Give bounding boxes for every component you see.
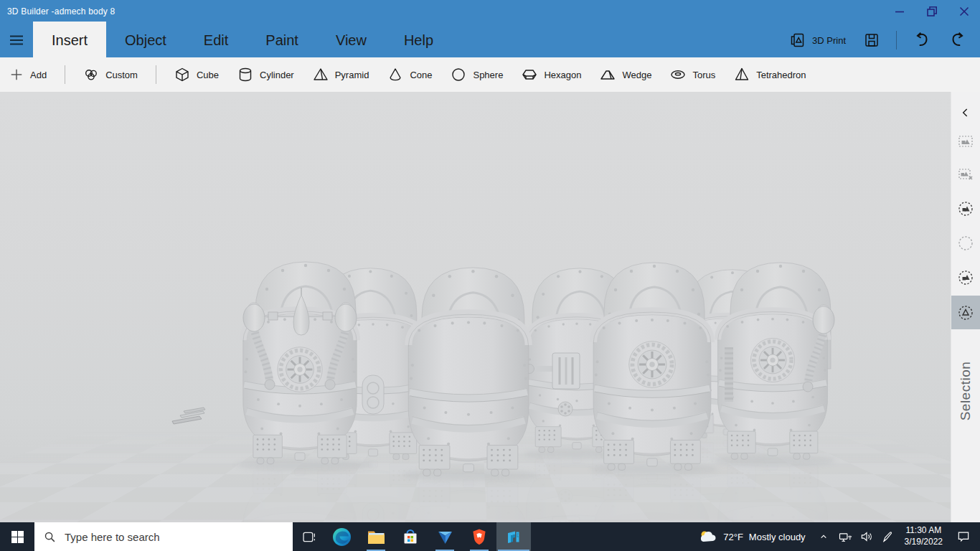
tab-help[interactable]: Help (385, 23, 452, 57)
plus-icon (9, 67, 24, 82)
tetrahedron-button[interactable]: Tetrahedron (725, 57, 815, 92)
close-button[interactable] (948, 0, 980, 23)
weather-condition: Mostly cloudy (749, 532, 806, 542)
torus-button[interactable]: Torus (661, 57, 725, 92)
cone-button[interactable]: Cone (378, 57, 441, 92)
start-button[interactable] (0, 522, 34, 551)
toolbar-separator (65, 65, 65, 84)
system-tray: 72°F Mostly cloudy (692, 522, 980, 551)
model-body[interactable] (243, 262, 357, 464)
vortex-icon (435, 527, 455, 547)
model-body[interactable] (593, 263, 711, 470)
weather-temperature: 72°F (723, 532, 743, 542)
titlebar: 3D Builder -admech body 8 (0, 0, 980, 23)
network-status[interactable] (834, 522, 856, 551)
redo-icon (948, 31, 967, 50)
close-icon (956, 3, 973, 20)
wedge-icon (600, 67, 616, 83)
tab-insert[interactable]: Insert (33, 22, 106, 57)
3d-print-label: 3D Print (812, 35, 846, 46)
taskbar-app-microsoft-store[interactable] (393, 522, 428, 551)
invert-selection-icon (957, 200, 974, 217)
deselect-all-button[interactable] (951, 158, 980, 191)
window-controls (883, 0, 980, 23)
tab-view[interactable]: View (317, 23, 385, 57)
hexagon-icon (522, 67, 537, 83)
action-center-icon (956, 529, 971, 544)
3d-print-icon (788, 32, 806, 49)
pyramid-icon (313, 67, 329, 83)
cylinder-button[interactable]: Cylinder (228, 57, 303, 92)
weather-widget[interactable]: 72°F Mostly cloudy (692, 522, 812, 551)
speaker-icon (859, 529, 874, 544)
save-icon (863, 32, 880, 49)
pyramid-button[interactable]: Pyramid (303, 57, 379, 92)
search-icon (44, 531, 56, 543)
minimize-button[interactable] (883, 0, 915, 23)
volume-control[interactable] (856, 522, 877, 551)
task-view-button[interactable] (293, 522, 324, 551)
taskbar-search[interactable] (34, 522, 293, 551)
single-selection-button[interactable] (951, 296, 980, 329)
taskbar-app-3d-builder[interactable] (496, 522, 531, 551)
chevron-up-icon (818, 531, 829, 542)
action-center-button[interactable] (948, 522, 979, 551)
model-stacked-plates[interactable] (172, 408, 205, 424)
model-body[interactable] (408, 268, 529, 476)
deselect-all-icon (957, 166, 974, 183)
select-all-button[interactable] (951, 125, 980, 158)
custom-shape-button[interactable]: Custom (74, 57, 147, 92)
undo-icon (913, 31, 931, 50)
taskbar-clock[interactable]: 11:30 AM 3/19/2022 (899, 525, 948, 547)
3d-models-scene[interactable] (0, 92, 951, 522)
taskbar-app-file-explorer[interactable] (359, 522, 393, 551)
microsoft-store-icon (401, 527, 420, 546)
multi-selection-button[interactable] (951, 261, 980, 294)
tab-edit[interactable]: Edit (185, 23, 247, 57)
tab-paint[interactable]: Paint (247, 23, 317, 57)
tab-object[interactable]: Object (106, 23, 185, 57)
custom-shape-icon (83, 67, 99, 83)
taskbar-app-brave[interactable] (462, 522, 496, 551)
panel-title: Selection (951, 344, 980, 438)
clock-date: 3/19/2022 (905, 537, 943, 548)
wedge-button[interactable]: Wedge (590, 57, 661, 92)
menubar: Insert Object Edit Paint View Help 3D Pr… (0, 23, 980, 57)
select-all-icon (957, 133, 974, 150)
restore-icon (923, 3, 941, 20)
3d-print-button[interactable]: 3D Print (780, 23, 854, 57)
taskbar-app-vortex[interactable] (428, 522, 462, 551)
tray-expand-button[interactable] (813, 522, 834, 551)
model-body[interactable] (717, 263, 834, 459)
empty-selection-icon (957, 235, 974, 252)
empty-selection-button[interactable] (951, 227, 980, 260)
pen-icon (881, 530, 895, 544)
restore-button[interactable] (915, 0, 948, 23)
3d-builder-icon (504, 527, 523, 546)
hexagon-button[interactable]: Hexagon (512, 57, 590, 92)
tetrahedron-icon (734, 67, 750, 83)
redo-button[interactable] (940, 23, 976, 57)
menubar-actions: 3D Print (780, 23, 980, 57)
3d-viewport[interactable] (0, 92, 951, 522)
hamburger-menu-button[interactable] (0, 23, 33, 57)
windows-ink-workspace[interactable] (877, 522, 899, 551)
cube-button[interactable]: Cube (165, 57, 228, 92)
add-button[interactable]: Add (0, 57, 56, 92)
brave-icon (470, 527, 489, 547)
3d-builder-window: 3D Builder -admech body 8 Insert Object … (0, 0, 980, 551)
windows-logo-icon (11, 531, 24, 543)
save-button[interactable] (854, 23, 889, 57)
taskbar-app-edge[interactable] (324, 522, 359, 551)
invert-selection-button[interactable] (951, 192, 980, 225)
network-icon (838, 529, 852, 544)
minimize-icon (891, 3, 908, 20)
chevron-left-icon (958, 105, 973, 120)
sphere-button[interactable]: Sphere (441, 57, 512, 92)
file-explorer-icon (367, 527, 386, 547)
window-title: 3D Builder -admech body 8 (0, 6, 115, 17)
undo-button[interactable] (904, 23, 940, 57)
search-input[interactable] (63, 530, 267, 544)
weather-cloud-icon (699, 529, 717, 544)
clock-time: 11:30 AM (905, 525, 941, 537)
